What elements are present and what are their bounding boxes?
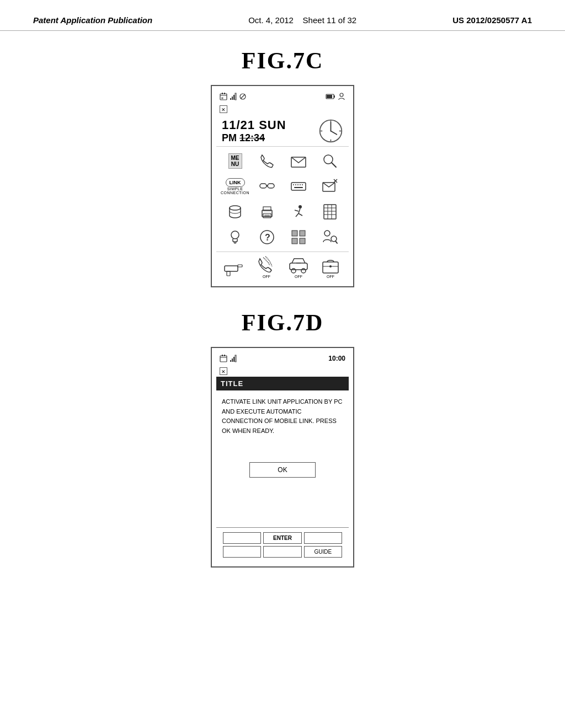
svg-point-38 [230,206,241,210]
gun-off-icon [223,259,246,279]
svg-rect-77 [220,356,227,362]
header-left-label: Patent Application Publication [33,15,152,25]
chain-icon-cell[interactable] [252,174,282,199]
grid-icon [290,229,307,245]
menu-block-cell[interactable]: MENU [220,149,250,173]
mail-icon-cell[interactable] [283,149,313,173]
ok-button-area: OK [216,457,349,483]
gun-off-cell[interactable] [220,255,249,279]
magnify-icon-cell[interactable] [315,149,345,173]
svg-rect-63 [300,238,305,244]
svg-rect-67 [225,266,238,271]
question-icon-cell[interactable]: ? [252,225,282,249]
svg-rect-62 [292,238,297,244]
body-text: ACTIVATE LINK UNIT APPLICATION BY PC AND… [222,397,343,436]
keyboard-icon-cell[interactable] [283,174,313,199]
database-icon-cell[interactable] [220,200,250,224]
svg-rect-61 [300,231,305,236]
fig7d-phone: 10:00 ✕ TITLE ACTIVATE LINK UNIT APPLICA… [211,347,354,568]
bottom-btn-4[interactable] [223,546,261,558]
bulb-icon [227,229,243,245]
svg-point-76 [329,265,332,267]
mail-x-icon-cell[interactable] [315,174,345,199]
bag-off-label: OFF [327,275,334,279]
svg-rect-83 [233,357,234,362]
battery-icon [326,93,335,100]
header-date: Oct. 4, 2012 [248,15,294,25]
svg-rect-25 [260,184,266,188]
status-right-7d: 10:00 [328,355,345,362]
bulb-icon-cell[interactable] [220,225,250,249]
keyboard-icon [290,178,307,195]
link-oval[interactable]: LINK [226,178,245,187]
locked-icon-cell[interactable] [315,200,345,224]
svg-point-14 [340,93,343,97]
main-content: FIG.7C ▦ [0,31,565,606]
x-icon-row-7d: ✕ [216,365,349,377]
printer-icon-cell[interactable] [252,200,282,224]
svg-line-10 [241,94,245,99]
svg-line-17 [331,131,337,135]
mail-x-icon [322,178,338,195]
grid-icon-cell[interactable] [283,225,313,249]
chain-icon [259,178,275,195]
bottom-btn-1[interactable] [223,532,261,544]
datetime-row: 11/21 SUN PM 12:34 [222,118,343,144]
svg-line-48 [299,213,302,216]
running-person-icon [290,204,307,220]
phone-spacer [216,483,349,527]
svg-rect-6 [232,97,233,100]
phone-off-icon [255,255,278,275]
person-search-icon [322,229,338,245]
magnify-icon [322,153,338,169]
status-left-7d [220,355,237,362]
header-right-patent: US 2012/0250577 A1 [452,15,532,25]
svg-line-47 [295,210,299,211]
bottom-btn-enter[interactable]: ENTER [263,532,301,544]
svg-rect-7 [233,95,234,100]
status-bar-7c: ▦ [216,90,349,103]
svg-point-44 [299,205,302,208]
svg-rect-26 [268,184,274,188]
bottom-btn-5[interactable] [263,546,301,558]
bag-off-icon [319,255,342,275]
svg-point-71 [291,269,296,273]
svg-text:▦: ▦ [221,97,223,99]
printer-icon [259,204,275,220]
svg-rect-82 [232,358,233,362]
svg-rect-13 [334,95,335,98]
phone-icon-cell[interactable] [252,149,282,173]
svg-text:?: ? [265,233,270,242]
running-person-icon-cell[interactable] [283,200,313,224]
question-icon: ? [259,229,275,245]
person-search-icon-cell[interactable] [315,225,345,249]
svg-rect-40 [263,213,271,218]
svg-rect-60 [292,231,297,236]
phone-call-icon [259,153,275,169]
link-oval-cell[interactable]: LINK SIMPLECONNECTION [220,174,250,199]
bottom-buttons-area: ENTER GUIDE [216,527,349,562]
patent-header: Patent Application Publication Oct. 4, 2… [0,0,565,31]
svg-rect-49 [324,205,336,219]
locked-icon [322,204,338,220]
no-icon [239,93,246,100]
ok-button[interactable]: OK [249,462,315,478]
svg-rect-81 [230,360,231,362]
car-off-label: OFF [295,275,302,279]
calendar-icon: ▦ [220,93,227,100]
svg-line-46 [296,213,299,217]
bottom-btn-3[interactable] [304,532,342,544]
header-center: Oct. 4, 2012 Sheet 11 of 32 [248,15,356,25]
bottom-btn-guide[interactable]: GUIDE [304,546,342,558]
calendar-icon-7d [220,355,227,362]
fig7d-title: FIG.7D [242,309,324,336]
status-right-7c [326,93,345,100]
mail-open-icon [290,153,307,169]
menu-block[interactable]: MENU [228,153,242,169]
signal-icon [230,93,237,100]
phone-off-cell[interactable]: OFF [252,255,281,279]
bag-off-cell[interactable]: OFF [316,255,345,279]
date-display: 11/21 SUN PM 12:34 [222,118,286,144]
svg-rect-68 [238,265,242,267]
car-off-cell[interactable]: OFF [284,255,313,279]
